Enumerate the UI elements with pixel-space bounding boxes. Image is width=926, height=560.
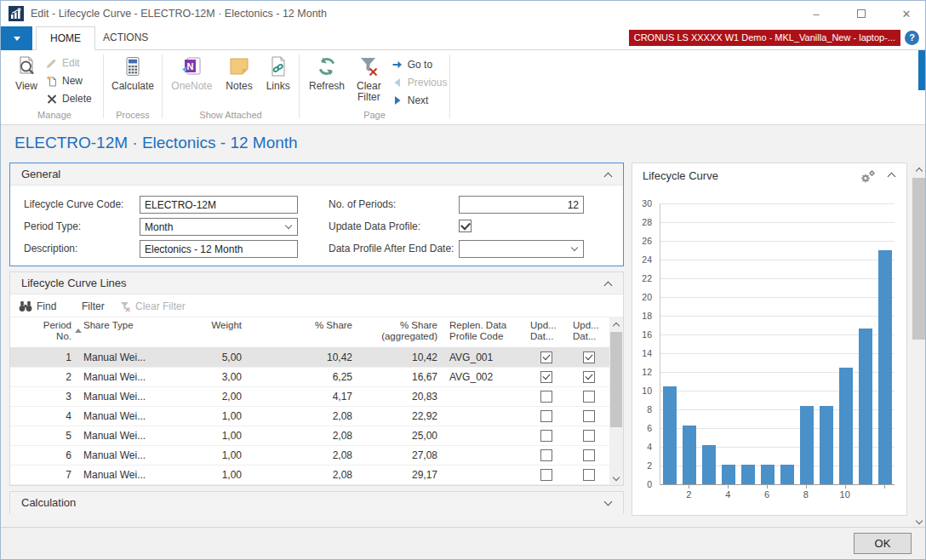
scroll-down-icon[interactable] [609,471,623,485]
upd-data-2-checkbox[interactable] [583,410,595,422]
next-button[interactable]: Next [389,92,450,108]
company-environment-badge: CRONUS LS XXXXX W1 Demo - MKL_Vanilla_Ne… [629,30,900,46]
right-edge-accent [918,50,925,90]
window-title: Edit - Lifecycle Curve - ELECTRO-12M · E… [31,8,327,20]
table-row[interactable]: 4 Manual Wei... 1,00 2,08 22,92 [10,407,610,426]
cell-period-no: 4 [10,410,78,422]
upd-data-2-checkbox[interactable] [583,469,595,481]
close-icon[interactable]: ✕ [900,8,913,20]
column-header-weight[interactable]: Weight [163,317,249,347]
cell-weight: 5,00 [163,351,249,363]
upd-data-1-checkbox[interactable] [540,469,552,481]
upd-data-1-checkbox[interactable] [540,410,552,422]
clear-filter-button[interactable]: Clear Filter [352,54,386,105]
upd-data-2-checkbox[interactable] [583,351,595,363]
upd-data-2-checkbox[interactable] [583,371,595,383]
upd-data-1-checkbox[interactable] [540,371,552,383]
window-scrollbar[interactable] [912,163,926,529]
x-tick-mark [845,485,846,489]
upd-data-1-checkbox[interactable] [540,430,552,442]
column-header-period-no[interactable]: Period No. [10,317,78,347]
column-header-pct-share-aggregated[interactable]: % Share (aggregated) [359,317,444,347]
data-profile-after-end-date-select[interactable] [459,240,584,258]
filter-button[interactable]: Filter [82,294,105,317]
new-button[interactable]: New [43,72,94,89]
x-tick-label: 4 [721,489,735,500]
tab-actions[interactable]: ACTIONS [89,26,162,50]
column-header-pct-share[interactable]: % Share [249,317,359,347]
cell-weight: 1,00 [163,410,249,422]
x-tick-label: 6 [760,489,774,500]
minimize-icon[interactable]: – [809,8,823,20]
description-field[interactable] [140,240,298,258]
cell-pct-share-agg: 22,92 [359,410,444,422]
grid-scrollbar[interactable] [609,317,623,485]
chart-panel-header[interactable]: Lifecycle Curve [632,163,906,189]
settings-gears-icon[interactable] [859,169,876,184]
table-row[interactable]: 5 Manual Wei... 1,00 2,08 25,00 [10,426,610,446]
no-of-periods-field[interactable] [459,196,584,214]
lifecycle-curve-code-field[interactable] [140,196,298,214]
onenote-button[interactable]: N OneNote [167,54,216,94]
upd-data-2-checkbox[interactable] [583,449,595,461]
calculation-section-header[interactable]: Calculation [10,492,623,514]
chart-bar [761,465,775,484]
clear-filter-small-icon [119,300,131,312]
table-row[interactable]: 7 Manual Wei... 1,00 2,08 29,17 [10,466,610,485]
chart-bar [859,329,872,484]
app-menu-button[interactable] [1,26,32,50]
calculate-button[interactable]: Calculate [107,54,158,94]
x-tick-mark [806,485,807,489]
upd-data-2-checkbox[interactable] [583,391,595,403]
view-button[interactable]: View [11,54,42,94]
clear-filter-grid-button[interactable]: Clear Filter [119,294,186,317]
cell-pct-share: 2,08 [249,430,359,442]
notes-button[interactable]: Notes [221,54,256,94]
cell-pct-share: 2,08 [249,469,359,481]
scroll-up-icon[interactable] [912,163,926,177]
edit-button[interactable]: Edit [43,54,94,71]
period-type-select[interactable]: Month [140,218,298,236]
period-type-value: Month [145,221,286,233]
cell-pct-share: 2,08 [249,410,359,422]
column-header-upd-dat-1[interactable]: Upd... Dat... [525,317,568,347]
delete-button[interactable]: Delete [43,90,94,106]
scrollbar-thumb[interactable] [912,178,925,340]
upd-data-1-checkbox[interactable] [540,449,552,461]
cell-profile-code: AVG_002 [444,371,525,383]
upd-data-1-checkbox[interactable] [540,351,552,363]
goto-button[interactable]: Go to [389,56,450,72]
maximize-icon[interactable] [855,8,868,20]
find-button[interactable]: Find [19,294,56,317]
refresh-button[interactable]: Refresh [305,54,349,94]
table-row[interactable]: 6 Manual Wei... 1,00 2,08 27,08 [10,446,610,466]
x-tick-mark [689,485,689,489]
y-tick-label: 20 [635,292,652,302]
tab-home[interactable]: HOME [36,26,95,50]
notes-icon [228,55,250,77]
column-header-upd-dat-2[interactable]: Upd... Dat... [568,317,610,347]
help-icon[interactable]: ? [905,31,919,45]
upd-data-2-checkbox[interactable] [583,430,595,442]
previous-button[interactable]: Previous [389,74,450,90]
scrollbar-thumb[interactable] [610,332,622,427]
links-button[interactable]: Links [262,54,294,94]
update-data-profile-checkbox[interactable] [459,220,472,232]
grid-toolbar: Find Filter Clear Filter [10,294,623,317]
lifecycle-curve-lines-section: Lifecycle Curve Lines Find Filter Clear … [9,271,624,486]
delete-x-icon [46,93,58,105]
y-tick-label: 4 [635,442,652,452]
chart-bar [663,386,677,484]
column-header-share-type[interactable]: Share Type [78,317,163,347]
table-row[interactable]: 3 Manual Wei... 2,00 4,17 20,83 [10,387,610,407]
ok-button[interactable]: OK [854,533,912,554]
table-row[interactable]: 2 Manual Wei... 3,00 6,25 16,67 AVG_002 [10,368,610,387]
column-header-replen-data-profile-code[interactable]: Replen. Data Profile Code [444,317,525,347]
upd-data-1-checkbox[interactable] [540,391,552,403]
scroll-up-icon[interactable] [609,317,623,332]
lines-header-label: Lifecycle Curve Lines [21,277,127,289]
x-tick-mark [884,485,885,489]
general-section-header[interactable]: General [10,163,623,186]
lines-section-header[interactable]: Lifecycle Curve Lines [10,272,623,294]
table-row[interactable]: 1 Manual Wei... 5,00 10,42 10,42 AVG_001 [10,348,610,368]
